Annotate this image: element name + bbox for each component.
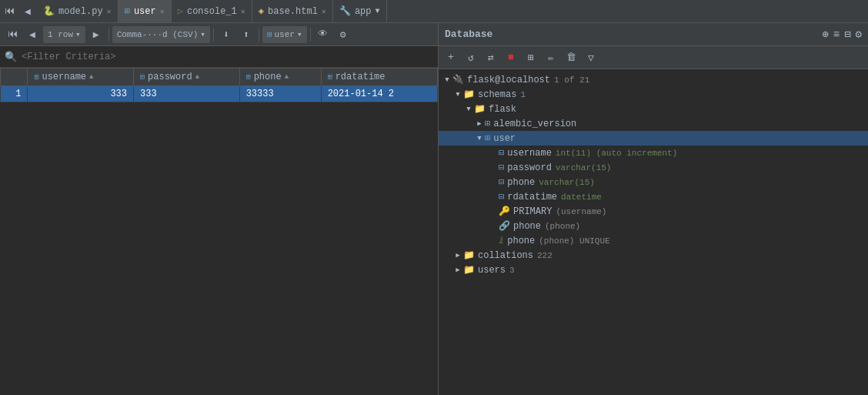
user-table-label: user: [493, 133, 516, 144]
tree-users[interactable]: ▶ 📁 users 3: [439, 263, 868, 277]
connection-badge: 1 of 21: [554, 75, 589, 85]
col-rdatatime-type: datetime: [561, 192, 602, 202]
toolbar-sep1: [108, 28, 109, 42]
data-toolbar: ⏮ ◀ 1 row ▾ ▶ Comma-···d (CSV) ▾ ⬇ ⬆ ⊞ u…: [0, 23, 438, 46]
cell-phone-1[interactable]: 33333: [239, 86, 321, 102]
csv-format-arrow: ▾: [200, 29, 205, 39]
tree-col-phone[interactable]: ⊟ phone varchar(15): [439, 175, 868, 189]
tab-model-close[interactable]: ✕: [107, 7, 112, 16]
flask-label: flask: [489, 104, 516, 115]
col-username-label: username: [42, 72, 86, 82]
tab-basehtml-close[interactable]: ✕: [322, 7, 326, 16]
db-stop-btn[interactable]: ■: [502, 49, 520, 66]
col-header-username[interactable]: ⊞ username ▲: [28, 69, 134, 86]
cell-rdatatime-1[interactable]: 2021-01-14 2: [321, 86, 437, 102]
prev-row-btn[interactable]: ◀: [23, 26, 42, 43]
db-filter-btn[interactable]: ▽: [582, 49, 600, 66]
tab-console1[interactable]: ▷ console_1 ✕: [172, 0, 252, 22]
phone-index-info: (phone): [545, 222, 580, 231]
users-arrow[interactable]: ▶: [452, 266, 463, 274]
tree-collations[interactable]: ▶ 📁 collations 222: [439, 248, 868, 263]
tab-user-close[interactable]: ✕: [160, 7, 165, 16]
db-edit-btn[interactable]: ✏: [542, 49, 560, 66]
tree-alembic[interactable]: ▶ ⊞ alembic_version: [439, 116, 868, 131]
col-phone-tree-label: phone: [507, 177, 535, 188]
cell-username-1[interactable]: 333: [28, 86, 134, 102]
tab-console1-close[interactable]: ✕: [241, 7, 245, 16]
tree-primary-key[interactable]: 🔑 PRIMARY (username): [439, 204, 868, 219]
tree-col-password[interactable]: ⊟ password varchar(15): [439, 160, 868, 175]
export-btn[interactable]: ⬆: [237, 26, 255, 43]
next-row-btn[interactable]: ▶: [87, 26, 105, 43]
db-remove-btn[interactable]: 🗑: [562, 49, 580, 66]
col-header-phone[interactable]: ⊞ phone ▲: [239, 69, 321, 86]
user-arrow[interactable]: ▼: [474, 135, 485, 142]
flask-arrow[interactable]: ▼: [463, 105, 474, 113]
col-header-rdatatime[interactable]: ⊞ rdatatime: [321, 69, 437, 86]
db-icon-settings[interactable]: ⚙: [856, 28, 862, 41]
collations-arrow[interactable]: ▶: [452, 251, 463, 259]
table-icon: ⊞: [125, 5, 130, 17]
col-phone-sort[interactable]: ▲: [285, 73, 289, 81]
table-selector[interactable]: ⊞ user ▾: [262, 26, 307, 43]
first-row-btn[interactable]: ⏮: [3, 26, 22, 43]
collations-label: collations: [478, 250, 533, 261]
tab-nav-first[interactable]: ⏮: [0, 3, 18, 20]
row-count-selector[interactable]: 1 row ▾: [43, 26, 85, 43]
connection-arrow[interactable]: ▼: [442, 76, 452, 84]
col-rdatatime-icon: ⊟: [499, 191, 504, 203]
cell-password-1[interactable]: 333: [134, 86, 240, 102]
col-username-sort[interactable]: ▲: [89, 73, 93, 81]
table-row[interactable]: 1 333 333 33333 2021-01-14 2: [1, 86, 438, 102]
col-phone-label: phone: [254, 72, 282, 82]
table-selector-arrow: ▾: [297, 29, 302, 39]
left-panel: ⏮ ◀ 1 row ▾ ▶ Comma-···d (CSV) ▾ ⬇ ⬆ ⊞ u…: [0, 23, 439, 395]
primary-key-icon: 🔑: [499, 206, 510, 217]
users-badge: 3: [509, 266, 515, 275]
tree-col-rdatatime[interactable]: ⊟ rdatatime datetime: [439, 189, 868, 204]
user-table-icon: ⊞: [485, 132, 490, 144]
tab-app[interactable]: 🔧 app ▼: [333, 0, 387, 22]
col-rdatatime-label: rdatatime: [336, 72, 386, 82]
db-sync-btn[interactable]: ⇄: [482, 49, 500, 66]
connection-label: flask@localhost: [467, 75, 550, 85]
tree-phone-unique[interactable]: ⅈ phone (phone) UNIQUE: [439, 233, 868, 248]
col-password-label: password: [148, 72, 192, 82]
tree-phone-index[interactable]: 🔗 phone (phone): [439, 219, 868, 233]
col-password-sort[interactable]: ▲: [195, 73, 199, 81]
table-icon-toolbar: ⊞: [267, 29, 272, 39]
collations-badge: 222: [537, 251, 553, 260]
tree-connection[interactable]: ▼ 🔌 flask@localhost 1 of 21: [439, 72, 868, 87]
alembic-label: alembic_version: [493, 119, 576, 129]
main-layout: ⏮ ◀ 1 row ▾ ▶ Comma-···d (CSV) ▾ ⬇ ⬆ ⊞ u…: [0, 23, 868, 395]
db-table-btn[interactable]: ⊞: [522, 49, 540, 66]
import-btn[interactable]: ⬇: [217, 26, 235, 43]
schemas-arrow[interactable]: ▼: [452, 91, 463, 99]
row-number-1: 1: [1, 86, 28, 102]
db-icon-globe[interactable]: ⊕: [822, 28, 828, 41]
csv-format-selector[interactable]: Comma-···d (CSV) ▾: [112, 26, 210, 43]
view-btn[interactable]: 👁: [314, 26, 332, 43]
db-icon-collapse[interactable]: ⊟: [844, 28, 850, 41]
primary-key-label: PRIMARY: [513, 206, 552, 217]
db-add-btn[interactable]: +: [442, 49, 460, 66]
tree-col-username[interactable]: ⊟ username int(11) (auto increment): [439, 146, 868, 160]
tree-flask[interactable]: ▼ 📁 flask: [439, 102, 868, 116]
html-icon: ◈: [259, 5, 264, 17]
db-toolbar: + ↺ ⇄ ■ ⊞ ✏ 🗑 ▽: [439, 46, 868, 69]
tab-basehtml-label: base.html: [268, 6, 318, 17]
tree-user-table[interactable]: ▼ ⊞ user: [439, 131, 868, 146]
tab-model[interactable]: 🐍 model.py ✕: [37, 0, 119, 22]
tab-bar: ⏮ ◀ 🐍 model.py ✕ ⊞ user ✕ ▷ console_1 ✕ …: [0, 0, 868, 23]
tab-basehtml[interactable]: ◈ base.html ✕: [252, 0, 333, 22]
tree-schemas[interactable]: ▼ 📁 schemas 1: [439, 87, 868, 102]
settings-btn[interactable]: ⚙: [334, 26, 352, 43]
tab-user[interactable]: ⊞ user ✕: [119, 0, 172, 22]
tab-nav-prev[interactable]: ◀: [18, 3, 37, 20]
db-refresh-btn[interactable]: ↺: [462, 49, 480, 66]
tab-app-dropdown[interactable]: ▼: [375, 7, 379, 15]
filter-input[interactable]: [22, 52, 433, 62]
col-header-password[interactable]: ⊞ password ▲: [134, 69, 240, 86]
alembic-arrow[interactable]: ▶: [474, 119, 485, 128]
db-icon-list[interactable]: ≡: [833, 28, 840, 41]
